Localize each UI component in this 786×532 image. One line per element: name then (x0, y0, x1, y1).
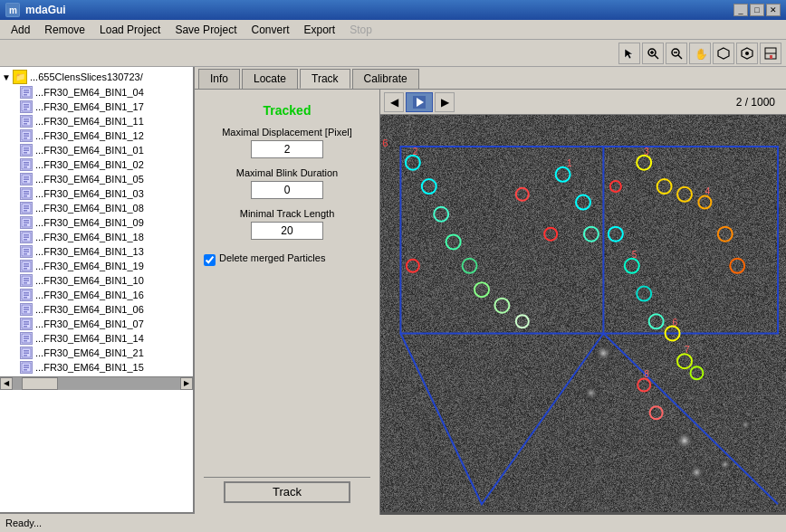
svg-rect-58 (24, 234, 29, 236)
svg-rect-76 (24, 297, 27, 299)
file-tree[interactable]: ▼ 📁 ...655ClensSlices130723/ ...FR30_EM6… (0, 67, 195, 512)
tree-item-label: ...FR30_EM64_BIN1_16 (35, 290, 144, 300)
menu-remove[interactable]: Remove (37, 22, 92, 38)
tree-item[interactable]: ...FR30_EM64_BIN1_18 (18, 230, 193, 244)
tree-item[interactable]: ...FR30_EM64_BIN1_02 (18, 157, 193, 172)
tab-info[interactable]: Info (198, 69, 240, 89)
tree-item-label: ...FR30_EM64_BIN1_01 (35, 145, 144, 156)
tab-track[interactable]: Track (300, 69, 350, 89)
tree-item-label: ...FR30_EM64_BIN1_03 (35, 188, 144, 199)
cursor-tool-button[interactable] (618, 43, 640, 64)
tree-item-label: ...FR30_EM64_BIN1_11 (35, 116, 144, 127)
svg-rect-94 (24, 365, 29, 366)
min-track-label: Minimal Track Length (240, 208, 335, 219)
prev-frame-button[interactable]: ◀ (384, 92, 404, 112)
tree-item[interactable]: ...FR30_EM64_BIN1_16 (18, 288, 193, 302)
right-panel: Info Locate Track Calibrate Tracked Maxi… (195, 67, 786, 512)
tree-item-label: ...FR30_EM64_BIN1_17 (35, 101, 144, 112)
tree-item[interactable]: ...FR30_EM64_BIN1_07 (18, 317, 193, 331)
tree-item[interactable]: ...FR30_EM64_BIN1_05 (18, 172, 193, 186)
menu-load-project[interactable]: Load Project (92, 22, 168, 38)
menu-save-project[interactable]: Save Project (168, 22, 244, 38)
svg-rect-28 (24, 123, 27, 125)
scroll-track[interactable] (13, 377, 180, 390)
image-canvas (380, 115, 786, 512)
file-icon (20, 231, 33, 243)
minimize-button[interactable]: _ (733, 4, 748, 16)
app-title: mdaGui (25, 4, 733, 16)
file-icon (20, 347, 33, 359)
tree-item[interactable]: ...FR30_EM64_BIN1_03 (18, 186, 193, 201)
svg-rect-47 (24, 194, 29, 195)
tree-item[interactable]: ...FR30_EM64_BIN1_08 (18, 201, 193, 215)
window-controls[interactable]: _ □ ✕ (733, 4, 781, 16)
min-track-input[interactable] (251, 222, 323, 240)
zoom-in-button[interactable] (642, 43, 664, 64)
max-blink-input[interactable] (251, 181, 323, 199)
tree-item[interactable]: ...FR30_EM64_BIN1_15 (18, 360, 193, 375)
tree-root-item[interactable]: ▼ 📁 ...655ClensSlices130723/ (0, 69, 193, 85)
menubar: Add Remove Load Project Save Project Con… (0, 20, 786, 40)
svg-rect-35 (24, 150, 29, 152)
svg-rect-19 (24, 92, 29, 94)
expand-icon[interactable]: ▼ (2, 72, 13, 82)
svg-rect-95 (24, 367, 29, 369)
svg-rect-78 (24, 307, 29, 309)
track-button[interactable]: Track (224, 481, 350, 503)
statusbar: Ready... (0, 512, 786, 532)
max-displacement-input[interactable] (251, 140, 323, 158)
menu-export[interactable]: Export (297, 22, 343, 38)
svg-rect-60 (24, 239, 27, 241)
tree-item-label: ...FR30_EM64_BIN1_18 (35, 232, 144, 242)
tree-item[interactable]: ...FR30_EM64_BIN1_13 (18, 244, 193, 259)
pan-button[interactable]: ✋ (689, 43, 711, 64)
scroll-left-button[interactable]: ◀ (0, 377, 13, 390)
svg-rect-90 (24, 350, 29, 352)
tree-item-label: ...FR30_EM64_BIN1_08 (35, 203, 144, 214)
menu-add[interactable]: Add (4, 22, 37, 38)
tree-item-label: ...FR30_EM64_BIN1_14 (35, 333, 144, 344)
tree-item[interactable]: ...FR30_EM64_BIN1_21 (18, 346, 193, 360)
paint-button[interactable] (760, 43, 781, 64)
svg-rect-27 (24, 121, 29, 123)
min-track-group: Minimal Track Length (204, 208, 370, 240)
play-indicator[interactable] (406, 92, 433, 112)
max-blink-group: Maximal Blink Duration (204, 167, 370, 199)
max-displacement-group: Maximal Displacement [Pixel] (204, 127, 370, 158)
delete-merged-checkbox[interactable] (204, 254, 216, 266)
menu-convert[interactable]: Convert (244, 22, 296, 38)
svg-rect-18 (24, 90, 29, 91)
svg-rect-30 (24, 133, 29, 135)
scroll-right-button[interactable]: ▶ (180, 377, 193, 390)
tree-item[interactable]: ...FR30_EM64_BIN1_04 (18, 85, 193, 100)
scroll-thumb[interactable] (22, 377, 58, 390)
tree-item[interactable]: ...FR30_EM64_BIN1_17 (18, 100, 193, 114)
svg-rect-48 (24, 195, 27, 197)
next-frame-button[interactable]: ▶ (435, 92, 455, 112)
roi-button1[interactable] (713, 43, 734, 64)
svg-rect-92 (24, 355, 27, 356)
tree-item[interactable]: ...FR30_EM64_BIN1_19 (18, 259, 193, 273)
tree-item[interactable]: ...FR30_EM64_BIN1_10 (18, 273, 193, 288)
maximize-button[interactable]: □ (750, 4, 764, 16)
horizontal-scrollbar[interactable]: ◀ ▶ (0, 376, 193, 389)
svg-text:m: m (9, 5, 17, 15)
tab-calibrate[interactable]: Calibrate (352, 69, 419, 89)
tree-item[interactable]: ...FR30_EM64_BIN1_01 (18, 143, 193, 157)
tree-item[interactable]: ...FR30_EM64_BIN1_11 (18, 114, 193, 128)
tree-item[interactable]: ...FR30_EM64_BIN1_09 (18, 215, 193, 230)
svg-rect-24 (24, 109, 27, 110)
close-button[interactable]: ✕ (766, 4, 781, 16)
file-icon (20, 202, 33, 214)
svg-rect-54 (24, 220, 29, 222)
svg-marker-11 (718, 48, 729, 59)
svg-rect-16 (770, 55, 772, 59)
tab-locate[interactable]: Locate (242, 69, 298, 89)
file-icon (20, 303, 33, 316)
tree-item[interactable]: ...FR30_EM64_BIN1_12 (18, 128, 193, 143)
tree-item[interactable]: ...FR30_EM64_BIN1_14 (18, 331, 193, 346)
tree-item[interactable]: ...FR30_EM64_BIN1_06 (18, 302, 193, 317)
zoom-out-button[interactable] (666, 43, 687, 64)
svg-point-13 (745, 52, 749, 55)
roi-button2[interactable] (736, 43, 758, 64)
